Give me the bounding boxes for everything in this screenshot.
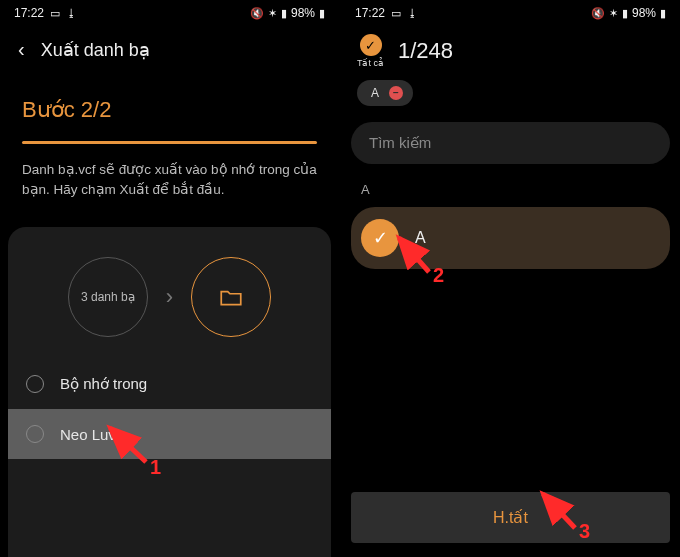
contacts-count-label: 3 danh bạ: [81, 290, 135, 304]
contact-row[interactable]: ✓ A: [351, 207, 670, 269]
storage-option-neo-luvis[interactable]: Neo Luvis: [8, 409, 331, 459]
mute-icon: 🔇: [250, 8, 264, 19]
contacts-count-circle: 3 danh bạ: [68, 257, 148, 337]
select-all-label: Tất cả: [357, 58, 384, 68]
step-heading: Bước 2/2: [0, 71, 339, 133]
contact-name: A: [415, 229, 426, 247]
folder-circle: [191, 257, 271, 337]
battery-percent: 98%: [632, 6, 656, 20]
chip-label: A: [371, 86, 379, 100]
flow-illustration: 3 danh bạ ›: [8, 247, 331, 359]
mute-icon: 🔇: [591, 8, 605, 19]
selected-chip[interactable]: A −: [357, 80, 413, 106]
select-contacts-screen: 17:22 ▭ ⭳ 🔇 ✶ ▮ 98% ▮ ✓ Tất cả 1/248 A −…: [341, 0, 680, 557]
notification-icon: ▭: [50, 8, 60, 19]
signal-icon: ▮: [281, 8, 287, 19]
selection-chips: A −: [341, 70, 680, 118]
notification-icon: ▭: [391, 8, 401, 19]
signal-icon: ▮: [622, 8, 628, 19]
clock: 17:22: [14, 6, 44, 20]
download-icon: ⭳: [407, 8, 418, 19]
selection-header: ✓ Tất cả 1/248: [341, 24, 680, 70]
search-placeholder: Tìm kiếm: [369, 134, 431, 151]
header: ‹ Xuất danh bạ: [0, 24, 339, 71]
selection-counter: 1/248: [398, 38, 453, 64]
done-label: H.tất: [493, 509, 528, 526]
battery-icon: ▮: [660, 8, 666, 19]
remove-icon[interactable]: −: [389, 86, 403, 100]
back-icon[interactable]: ‹: [18, 38, 25, 61]
battery-icon: ▮: [319, 8, 325, 19]
description: Danh bạ.vcf sẽ được xuất vào bộ nhớ tron…: [0, 144, 339, 223]
radio-unchecked-icon: [26, 425, 44, 443]
radio-unchecked-icon: [26, 375, 44, 393]
search-input[interactable]: Tìm kiếm: [351, 122, 670, 164]
battery-percent: 98%: [291, 6, 315, 20]
folder-icon: [218, 284, 244, 310]
chevron-right-icon: ›: [166, 284, 173, 310]
storage-list: Bộ nhớ trong Neo Luvis: [8, 359, 331, 459]
storage-card: 3 danh bạ › Bộ nhớ trong Neo Luvis: [8, 227, 331, 557]
download-icon: ⭳: [66, 8, 77, 19]
wifi-icon: ✶: [609, 8, 618, 19]
check-icon: ✓: [361, 219, 399, 257]
select-all-button[interactable]: ✓ Tất cả: [357, 34, 384, 68]
check-icon: ✓: [360, 34, 382, 56]
export-contacts-screen: 17:22 ▭ ⭳ 🔇 ✶ ▮ 98% ▮ ‹ Xuất danh bạ Bướ…: [0, 0, 339, 557]
page-title: Xuất danh bạ: [41, 39, 150, 61]
storage-option-internal[interactable]: Bộ nhớ trong: [8, 359, 331, 409]
status-bar: 17:22 ▭ ⭳ 🔇 ✶ ▮ 98% ▮: [341, 0, 680, 24]
wifi-icon: ✶: [268, 8, 277, 19]
storage-option-label: Neo Luvis: [60, 426, 127, 443]
section-header: A: [341, 168, 680, 203]
status-bar: 17:22 ▭ ⭳ 🔇 ✶ ▮ 98% ▮: [0, 0, 339, 24]
storage-option-label: Bộ nhớ trong: [60, 375, 147, 393]
done-button[interactable]: H.tất: [351, 492, 670, 543]
clock: 17:22: [355, 6, 385, 20]
